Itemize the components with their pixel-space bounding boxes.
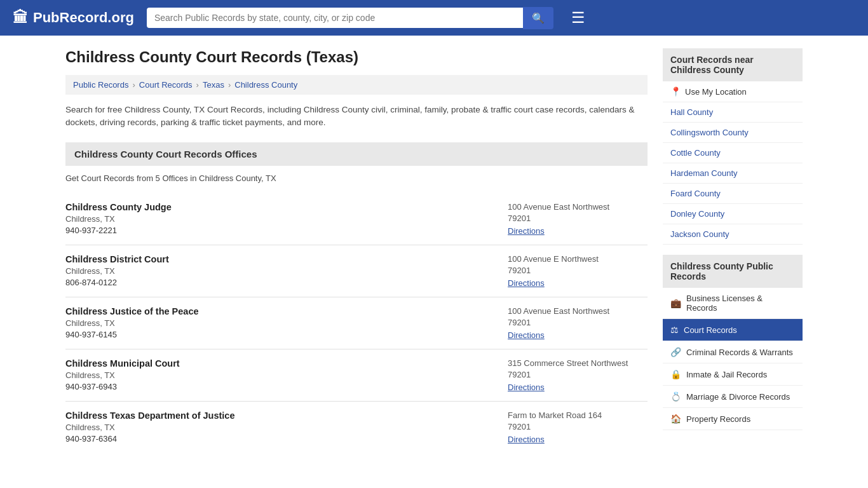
office-name: Childress Municipal Court (65, 358, 495, 369)
search-input[interactable] (147, 8, 523, 28)
office-record: Childress Justice of the Peace Childress… (65, 297, 648, 349)
main-content: Childress County Court Records (Texas) P… (65, 48, 648, 453)
office-street: 100 Avenue East Northwest (508, 202, 648, 212)
office-name: Childress Texas Department of Justice (65, 410, 495, 421)
site-header: 🏛 PubRecord.org 🔍 ☰ (0, 0, 868, 36)
breadcrumb: Public Records › Court Records › Texas ›… (65, 75, 648, 95)
office-phone: 940-937-6943 (65, 382, 495, 391)
record-type-icon: 💼 (670, 298, 681, 308)
office-city: Childress, TX (65, 214, 495, 224)
public-record-item[interactable]: 🔒 Inmate & Jail Records (663, 363, 803, 386)
office-name: Childress District Court (65, 254, 495, 264)
public-record-item[interactable]: ⚖ Court Records (663, 319, 803, 341)
office-street: 315 Commerce Street Northwest (508, 358, 648, 368)
record-type-icon: 🔗 (670, 347, 681, 357)
directions-link[interactable]: Directions (508, 383, 545, 392)
breadcrumb-sep-2: › (196, 80, 199, 90)
office-record: Childress County Judge Childress, TX 940… (65, 193, 648, 245)
office-zip: 79201 (508, 318, 648, 327)
breadcrumb-childress-county[interactable]: Childress County (234, 80, 297, 90)
offices-section-header: Childress County Court Records Offices (65, 142, 648, 166)
logo-text: PubRecord.org (33, 10, 134, 26)
public-record-link[interactable]: Property Records (686, 414, 750, 424)
public-record-link[interactable]: Court Records (684, 325, 737, 335)
office-street: 100 Avenue E Northwest (508, 254, 648, 264)
public-record-item[interactable]: 💍 Marriage & Divorce Records (663, 386, 803, 408)
public-record-item[interactable]: 🏠 Property Records (663, 408, 803, 430)
record-type-icon: 🏠 (670, 414, 681, 424)
public-record-link[interactable]: Criminal Records & Warrants (686, 348, 793, 357)
office-info: Childress Municipal Court Childress, TX … (65, 358, 495, 392)
office-phone: 940-937-6145 (65, 330, 495, 339)
nearby-county-item[interactable]: Hall County (663, 102, 803, 123)
logo-icon: 🏛 (13, 9, 28, 27)
office-name: Childress Justice of the Peace (65, 306, 495, 316)
public-record-link[interactable]: Business Licenses & Records (686, 294, 795, 313)
nearby-county-item[interactable]: Foard County (663, 184, 803, 204)
directions-link[interactable]: Directions (508, 435, 545, 444)
public-record-link[interactable]: Marriage & Divorce Records (686, 392, 790, 402)
record-type-icon: 💍 (670, 391, 681, 402)
office-phone: 940-937-2221 (65, 226, 495, 235)
office-address: 100 Avenue East Northwest 79201 Directio… (508, 202, 648, 236)
site-logo[interactable]: 🏛 PubRecord.org (13, 9, 134, 27)
breadcrumb-texas[interactable]: Texas (203, 80, 224, 90)
use-location-label: Use My Location (685, 87, 747, 97)
office-address: 100 Avenue East Northwest 79201 Directio… (508, 306, 648, 340)
directions-link[interactable]: Directions (508, 226, 545, 236)
office-zip: 79201 (508, 214, 648, 223)
search-bar: 🔍 (147, 7, 553, 29)
nearby-county-link[interactable]: Jackson County (670, 229, 729, 239)
office-zip: 79201 (508, 422, 648, 431)
record-type-icon: 🔒 (670, 369, 681, 379)
nearby-county-item[interactable]: Cottle County (663, 143, 803, 163)
office-address: 100 Avenue E Northwest 79201 Directions (508, 254, 648, 288)
nearby-county-link[interactable]: Foard County (670, 189, 721, 198)
office-info: Childress Texas Department of Justice Ch… (65, 410, 495, 444)
offices-count: Get Court Records from 5 Offices in Chil… (65, 173, 648, 183)
use-my-location[interactable]: 📍 Use My Location (663, 81, 803, 102)
office-zip: 79201 (508, 370, 648, 379)
record-type-icon: ⚖ (670, 325, 679, 335)
breadcrumb-court-records[interactable]: Court Records (139, 80, 193, 90)
office-city: Childress, TX (65, 266, 495, 276)
nearby-county-link[interactable]: Collingsworth County (670, 128, 749, 137)
public-records-list: 💼 Business Licenses & Records ⚖ Court Re… (663, 288, 803, 430)
office-street: 100 Avenue East Northwest (508, 306, 648, 316)
search-icon: 🔍 (532, 13, 545, 24)
directions-link[interactable]: Directions (508, 278, 545, 288)
nearby-county-link[interactable]: Donley County (670, 209, 724, 219)
office-info: Childress District Court Childress, TX 8… (65, 254, 495, 288)
location-icon: 📍 (670, 86, 681, 97)
office-city: Childress, TX (65, 423, 495, 432)
main-container: Childress County Court Records (Texas) P… (53, 36, 815, 466)
nearby-county-link[interactable]: Hall County (670, 107, 713, 117)
office-record: Childress Texas Department of Justice Ch… (65, 402, 648, 453)
breadcrumb-sep-1: › (132, 80, 135, 90)
nearby-county-link[interactable]: Cottle County (670, 148, 721, 158)
office-zip: 79201 (508, 266, 648, 275)
public-record-item[interactable]: 💼 Business Licenses & Records (663, 288, 803, 319)
nearby-title: Court Records near Childress County (663, 48, 803, 81)
office-address: Farm to Market Road 164 79201 Directions (508, 410, 648, 444)
nearby-county-item[interactable]: Donley County (663, 204, 803, 224)
public-record-item[interactable]: 🔗 Criminal Records & Warrants (663, 341, 803, 363)
hamburger-button[interactable]: ☰ (566, 6, 590, 29)
sidebar: Court Records near Childress County 📍 Us… (663, 48, 803, 453)
office-city: Childress, TX (65, 370, 495, 380)
office-street: Farm to Market Road 164 (508, 410, 648, 420)
office-address: 315 Commerce Street Northwest 79201 Dire… (508, 358, 648, 392)
nearby-list: 📍 Use My Location Hall CountyCollingswor… (663, 81, 803, 245)
breadcrumb-public-records[interactable]: Public Records (73, 80, 128, 90)
nearby-county-link[interactable]: Hardeman County (670, 168, 738, 178)
nearby-county-item[interactable]: Hardeman County (663, 163, 803, 184)
nearby-county-item[interactable]: Jackson County (663, 224, 803, 245)
nearby-county-item[interactable]: Collingsworth County (663, 123, 803, 143)
public-record-link[interactable]: Inmate & Jail Records (686, 370, 767, 379)
search-button[interactable]: 🔍 (523, 7, 553, 29)
directions-link[interactable]: Directions (508, 330, 545, 340)
office-phone: 940-937-6364 (65, 434, 495, 444)
office-record: Childress Municipal Court Childress, TX … (65, 349, 648, 402)
office-info: Childress County Judge Childress, TX 940… (65, 202, 495, 236)
page-title: Childress County Court Records (Texas) (65, 48, 648, 66)
